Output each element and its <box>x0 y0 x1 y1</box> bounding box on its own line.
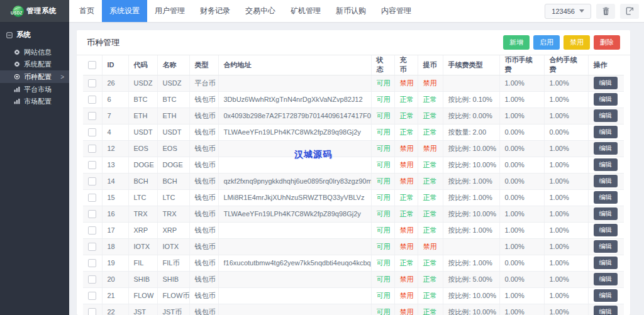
row-checkbox[interactable] <box>88 145 96 153</box>
edit-button[interactable]: 编辑 <box>594 93 618 106</box>
row-checkbox[interactable] <box>88 259 96 267</box>
cell-contract: LMi8R1E4mrJkjXUhNzuSRWZTBQ33yVBLVz <box>218 189 371 206</box>
edit-button[interactable]: 编辑 <box>594 175 618 187</box>
cell-code: JST <box>128 304 157 315</box>
column-header-7: 提币 <box>418 55 443 75</box>
row-checkbox[interactable] <box>88 177 96 185</box>
cell-status: 可用 <box>371 222 394 238</box>
table-row: 16TRXTRX钱包币TLWAeeYFn19LPh4K7C8Wk2fpZ89q9… <box>83 206 624 222</box>
cell-contract <box>218 238 371 255</box>
action-button-2[interactable]: 禁用 <box>564 35 590 50</box>
cell-name: DOGE <box>157 157 189 173</box>
nav-tab-3[interactable]: 财务记录 <box>192 0 238 22</box>
cell-coin-fee: 1.00% <box>499 108 544 124</box>
sidebar-item-0[interactable]: 网站信息 <box>0 47 69 58</box>
trash-button[interactable] <box>596 4 615 19</box>
row-checkbox[interactable] <box>88 292 96 300</box>
nav-tab-5[interactable]: 矿机管理 <box>283 0 328 22</box>
cell-fee-type: 按比例: 10.00% <box>443 287 499 304</box>
select-all-checkbox[interactable] <box>88 61 96 69</box>
cell-fee-type: 按比例: 1.00% <box>443 189 499 206</box>
cell-contract: TLWAeeYFn19LPh4K7C8Wk2fpZ89q98Gj2y <box>218 124 371 140</box>
row-checkbox[interactable] <box>88 210 96 218</box>
edit-button[interactable]: 编辑 <box>594 126 618 138</box>
nav-tab-2[interactable]: 用户管理 <box>147 0 192 22</box>
cell-deposit: 禁用 <box>394 271 418 287</box>
nav-tab-6[interactable]: 新币认购 <box>328 0 374 22</box>
edit-button[interactable]: 编辑 <box>594 224 618 236</box>
logo[interactable]: USDZ 管理系统 <box>0 0 69 22</box>
cell-checkbox <box>83 91 102 108</box>
edit-button[interactable]: 编辑 <box>594 289 618 302</box>
table-row: 18IOTXIOTX钱包币可用禁用禁用1.00%1.00%编辑 <box>83 238 624 255</box>
cell-status: 可用 <box>371 238 394 255</box>
edit-button[interactable]: 编辑 <box>594 77 618 89</box>
sidebar-item-2[interactable]: 币种配置> <box>0 70 69 83</box>
cell-status: 可用 <box>371 173 394 189</box>
cell-contract: f16xucotutbmw4tg62yew7kk5nqdbti4euqo4kcb… <box>218 255 371 271</box>
cell-name: XRP <box>157 222 189 238</box>
row-checkbox[interactable] <box>88 194 96 202</box>
action-button-1[interactable]: 启用 <box>533 35 560 50</box>
edit-button[interactable]: 编辑 <box>594 142 618 155</box>
edit-button[interactable]: 编辑 <box>594 257 618 269</box>
cell-actions: 编辑 <box>588 140 624 157</box>
edit-button[interactable]: 编辑 <box>594 273 618 285</box>
nav-tab-7[interactable]: 内容管理 <box>374 0 419 22</box>
cell-withdraw: 正常 <box>418 287 443 304</box>
sidebar-section-system[interactable]: 系统 <box>0 22 69 47</box>
row-checkbox[interactable] <box>88 128 96 136</box>
cell-withdraw: 正常 <box>418 108 443 124</box>
table-row: 20SHIBSHIB钱包币可用禁用正常按比例: 5.00%0.00%1.00%编… <box>83 271 624 287</box>
cell-name: USDZ <box>157 75 189 91</box>
edit-button[interactable]: 编辑 <box>594 191 618 204</box>
cell-checkbox <box>83 255 102 271</box>
cell-withdraw: 正常 <box>418 173 443 189</box>
row-checkbox[interactable] <box>88 112 96 120</box>
sidebar-item-3[interactable]: 平台市场 <box>0 84 69 95</box>
table-row: 21FLOWFLOW币钱包币可用禁用正常按比例: 10.00%1.00%1.00… <box>83 287 624 304</box>
user-dropdown[interactable]: 123456 <box>545 4 591 19</box>
edit-button[interactable]: 编辑 <box>594 109 618 122</box>
edit-button[interactable]: 编辑 <box>594 306 618 315</box>
nav-tab-1[interactable]: 系统设置 <box>102 0 147 22</box>
cell-contract-fee: 1.00% <box>544 304 588 315</box>
logout-button[interactable] <box>620 4 639 19</box>
cell-contract: qzkf2fxnq9pnygkkdhqhj6ue0895rq0lry83zgz9… <box>218 173 371 189</box>
column-header-3: 类型 <box>189 55 218 75</box>
cell-checkbox <box>83 75 102 91</box>
cell-checkbox <box>83 304 102 315</box>
cell-status: 可用 <box>371 206 394 222</box>
coin-config-icon <box>14 74 20 80</box>
cell-fee-type <box>443 238 499 255</box>
row-checkbox[interactable] <box>88 243 96 251</box>
collapse-icon <box>6 32 13 38</box>
sidebar-item-4[interactable]: 市场配置 <box>0 96 69 107</box>
action-button-0[interactable]: 新增 <box>503 35 530 50</box>
cell-code: USDT <box>128 124 157 140</box>
row-checkbox[interactable] <box>88 161 96 169</box>
cell-contract: TLWAeeYFn19LPh4K7C8Wk2fpZ89q98Gj2y <box>218 206 371 222</box>
edit-button[interactable]: 编辑 <box>594 240 618 253</box>
edit-button[interactable]: 编辑 <box>594 207 618 220</box>
chart-icon <box>14 98 20 104</box>
row-checkbox[interactable] <box>88 226 96 235</box>
cell-fee-type: 按比例: 10.00% <box>443 304 499 315</box>
row-checkbox[interactable] <box>88 308 96 315</box>
cell-code: IOTX <box>128 238 157 255</box>
edit-button[interactable]: 编辑 <box>594 158 618 171</box>
nav-tab-4[interactable]: 交易中心 <box>238 0 283 22</box>
cell-deposit: 禁用 <box>394 75 418 91</box>
nav-tab-0[interactable]: 首页 <box>72 0 102 22</box>
row-checkbox[interactable] <box>88 79 96 87</box>
row-checkbox[interactable] <box>88 96 96 104</box>
cell-coin-fee: 0.00% <box>499 157 544 173</box>
cell-fee-type: 按数量: 2.00 <box>443 124 499 140</box>
action-button-3[interactable]: 删除 <box>594 35 620 50</box>
cell-deposit: 正常 <box>394 108 418 124</box>
cell-name: SHIB <box>157 271 189 287</box>
sidebar-item-1[interactable]: 系统配置 <box>0 58 69 70</box>
cell-checkbox <box>83 173 102 189</box>
row-checkbox[interactable] <box>88 275 96 284</box>
cell-fee-type: 按比例: 10.00% <box>443 157 499 173</box>
